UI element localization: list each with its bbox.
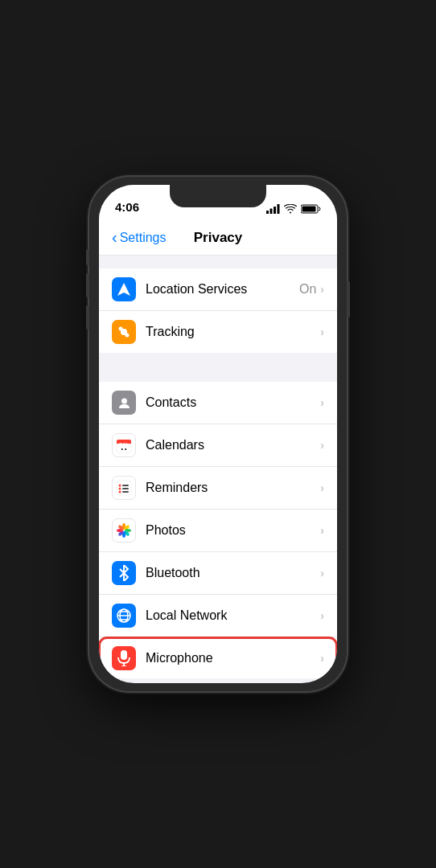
volume-down-button	[86, 305, 89, 330]
power-button	[347, 281, 350, 317]
svg-rect-3	[278, 204, 280, 214]
list-item-calendars[interactable]: • • CAL Calendars ›	[99, 424, 337, 467]
bluetooth-chevron: ›	[320, 567, 324, 579]
phone-frame: 4:06	[89, 177, 347, 691]
contacts-icon	[112, 391, 136, 415]
silent-button	[86, 249, 89, 265]
page-title: Privacy	[194, 230, 243, 246]
status-icons	[266, 204, 321, 214]
calendars-chevron: ›	[320, 439, 324, 452]
main-section: Contacts › • • CAL	[99, 382, 337, 678]
photos-chevron: ›	[320, 524, 324, 537]
photos-label: Photos	[146, 523, 320, 538]
phone-screen: 4:06	[99, 185, 337, 683]
location-services-icon	[112, 277, 136, 301]
svg-text:CAL: CAL	[119, 442, 130, 447]
back-label[interactable]: Settings	[120, 231, 167, 245]
location-services-value: On	[299, 282, 316, 297]
signal-icon	[266, 204, 280, 214]
top-section: Location Services On › Tracking ›	[99, 268, 337, 353]
volume-up-button	[86, 273, 89, 297]
svg-rect-21	[122, 491, 129, 493]
svg-point-16	[119, 485, 121, 487]
list-item-location-services[interactable]: Location Services On ›	[99, 268, 337, 311]
svg-point-7	[119, 327, 123, 331]
svg-rect-19	[122, 488, 129, 489]
list-item-local-network[interactable]: Local Network ›	[99, 595, 337, 637]
svg-point-18	[119, 488, 121, 490]
tracking-chevron: ›	[320, 326, 324, 338]
wifi-icon	[284, 204, 297, 214]
svg-text:• •: • •	[121, 446, 127, 452]
svg-point-9	[121, 398, 127, 403]
local-network-label: Local Network	[146, 608, 320, 623]
list-item-photos[interactable]: Photos ›	[99, 510, 337, 552]
back-chevron-icon: ‹	[112, 228, 117, 247]
list-item-bluetooth[interactable]: Bluetooth ›	[99, 552, 337, 595]
status-time: 4:06	[115, 200, 139, 214]
svg-rect-5	[302, 207, 316, 212]
svg-rect-2	[274, 207, 276, 214]
list-item-reminders[interactable]: Reminders ›	[99, 467, 337, 510]
calendars-label: Calendars	[146, 438, 320, 452]
reminders-label: Reminders	[146, 481, 320, 495]
battery-icon	[301, 204, 321, 214]
microphone-label: Microphone	[146, 651, 320, 665]
tracking-icon	[112, 320, 136, 344]
local-network-icon	[112, 604, 136, 628]
bluetooth-icon	[112, 561, 136, 585]
settings-content[interactable]: Location Services On › Tracking ›	[99, 256, 337, 678]
status-bar: 4:06	[99, 185, 337, 220]
list-item-tracking[interactable]: Tracking ›	[99, 311, 337, 353]
svg-rect-1	[270, 209, 273, 215]
reminders-icon	[112, 476, 136, 500]
svg-point-8	[125, 334, 130, 338]
svg-rect-0	[266, 211, 269, 214]
svg-rect-35	[121, 650, 127, 660]
nav-bar: ‹ Settings Privacy	[99, 220, 337, 256]
contacts-chevron: ›	[320, 396, 324, 409]
svg-point-20	[119, 491, 121, 493]
list-item-microphone[interactable]: Microphone ›	[99, 637, 337, 678]
list-item-contacts[interactable]: Contacts ›	[99, 382, 337, 424]
back-button[interactable]: ‹ Settings	[112, 228, 166, 247]
tracking-label: Tracking	[146, 325, 320, 339]
contacts-label: Contacts	[146, 395, 320, 410]
photos-icon	[112, 518, 136, 542]
local-network-chevron: ›	[320, 609, 324, 622]
svg-rect-17	[122, 485, 129, 486]
microphone-chevron: ›	[320, 652, 324, 665]
reminders-chevron: ›	[320, 481, 324, 494]
microphone-icon	[112, 646, 136, 670]
location-services-chevron: ›	[320, 283, 324, 296]
calendars-icon: • • CAL	[112, 433, 136, 457]
notch	[170, 185, 266, 207]
location-services-label: Location Services	[146, 282, 299, 297]
bluetooth-label: Bluetooth	[146, 566, 320, 580]
